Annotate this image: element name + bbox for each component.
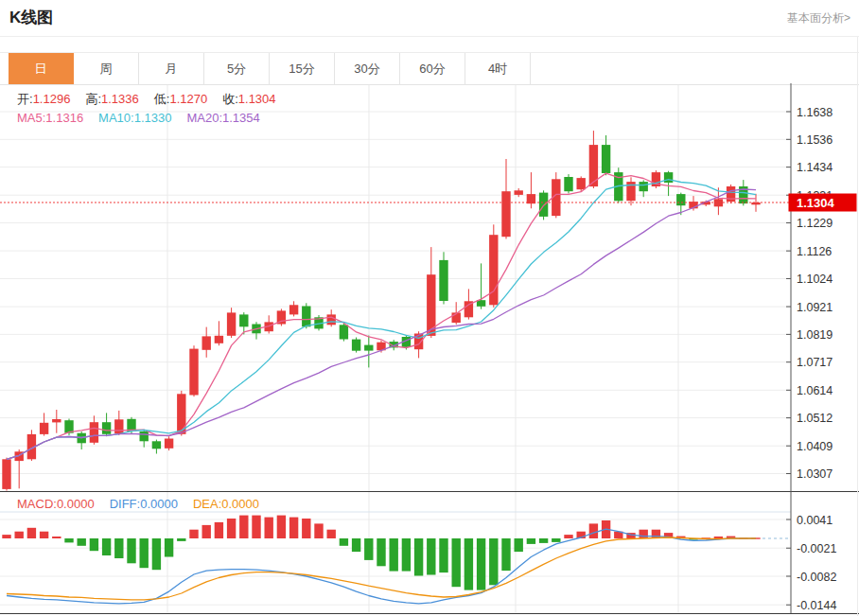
macd-bar <box>227 519 236 538</box>
macd-bar <box>465 538 473 590</box>
macd-bar <box>390 538 398 572</box>
candle-body <box>327 314 336 325</box>
candle-body <box>2 459 10 489</box>
macd-bar <box>489 538 498 585</box>
axis-label: 1.1638 <box>797 106 833 119</box>
macd-bar <box>640 530 648 538</box>
candle-body <box>239 314 248 326</box>
macd-bar <box>202 525 211 538</box>
candle-body <box>489 235 498 305</box>
candle-body <box>189 349 198 396</box>
candle-body <box>676 194 685 205</box>
candle-body <box>352 340 360 351</box>
macd-bar <box>252 516 260 538</box>
macd-bar <box>277 516 286 538</box>
macd-bar <box>377 538 385 566</box>
macd-bar <box>140 538 149 568</box>
axis-label: 1.0819 <box>797 328 833 342</box>
macd-bar <box>364 538 373 560</box>
axis-label: 0.0041 <box>797 514 833 527</box>
candle-body <box>602 145 610 173</box>
macd-bar <box>302 519 310 538</box>
macd-bar <box>402 538 411 572</box>
macd-bar <box>127 538 135 563</box>
candle-body <box>289 305 298 314</box>
axis-label: 1.0512 <box>797 412 833 425</box>
macd-bar <box>427 538 435 575</box>
macd-bar <box>52 537 61 538</box>
macd-bar <box>539 538 548 543</box>
macd-bar <box>552 538 560 542</box>
candle-body <box>501 191 510 237</box>
macd-bar <box>314 523 323 538</box>
axis-label: -0.0021 <box>797 542 836 555</box>
candle-body <box>140 431 149 441</box>
candle-body <box>664 172 673 183</box>
macd-bar <box>64 538 73 542</box>
candle-body <box>202 336 211 349</box>
axis-label: 1.1024 <box>797 273 833 286</box>
axis-label: 1.1229 <box>797 217 833 230</box>
candle-body <box>215 336 223 343</box>
axis-label: 1.1434 <box>797 161 833 174</box>
macd-bar <box>352 538 360 552</box>
macd-bar <box>2 535 10 538</box>
macd-bar <box>289 518 298 538</box>
macd-bar <box>215 522 223 538</box>
candle-body <box>640 182 648 191</box>
macd-bar <box>152 538 161 570</box>
macd-bar <box>189 530 198 538</box>
macd-bar <box>327 530 336 538</box>
macd-bar <box>714 537 723 538</box>
macd-bar <box>452 538 461 587</box>
axis-label: 1.0717 <box>797 356 833 369</box>
axis-label: 1.0921 <box>797 301 833 314</box>
candle-body <box>751 202 760 204</box>
macd-bar <box>177 538 185 541</box>
candle-body <box>165 439 173 449</box>
axis-label: 1.0307 <box>797 467 833 481</box>
macd-bar <box>340 538 348 546</box>
macd-bar <box>40 532 48 538</box>
axis-label: 1.1126 <box>797 245 832 258</box>
macd-bar <box>15 532 24 538</box>
candle-body <box>364 345 373 351</box>
macd-bar <box>501 538 510 571</box>
macd-bar <box>102 538 111 555</box>
macd-bar <box>114 538 123 558</box>
candle-body <box>52 419 61 422</box>
macd-bar <box>564 535 572 538</box>
macd-bar <box>414 538 423 576</box>
candle-body <box>90 422 98 443</box>
axis-label: -0.0144 <box>797 599 836 612</box>
macd-bar <box>90 538 98 551</box>
macd-bar <box>477 538 485 590</box>
candle-body <box>114 419 123 433</box>
macd-bar <box>239 516 248 538</box>
candle-body <box>152 441 161 449</box>
candle-body <box>439 260 447 301</box>
candle-body <box>564 177 572 191</box>
axis-label: 1.0409 <box>797 440 833 453</box>
kline-widget: K线图 基本面分析> 日周月5分15分30分60分4时 1.16381.1536… <box>0 0 859 616</box>
candle-body <box>515 190 523 195</box>
macd-bar <box>265 518 273 538</box>
macd-bar <box>27 528 36 538</box>
axis-label: 1.1536 <box>797 133 833 147</box>
kline-chart[interactable]: 1.16381.15361.14341.13311.12291.11261.10… <box>0 0 859 616</box>
candle-body <box>227 312 236 335</box>
macd-bar <box>78 538 86 546</box>
current-price-badge-label: 1.1304 <box>797 196 835 210</box>
macd-bar <box>165 538 173 557</box>
candle-body <box>340 325 348 339</box>
macd-bar <box>652 530 660 538</box>
macd-bar <box>515 538 523 552</box>
candle-body <box>302 307 310 327</box>
candle-body <box>102 422 111 434</box>
macd-bar <box>589 523 598 538</box>
macd-bar <box>527 538 535 544</box>
right-border <box>857 37 858 616</box>
macd-bar <box>439 538 447 572</box>
axis-label: -0.0082 <box>797 571 836 584</box>
candle-body <box>539 193 548 217</box>
